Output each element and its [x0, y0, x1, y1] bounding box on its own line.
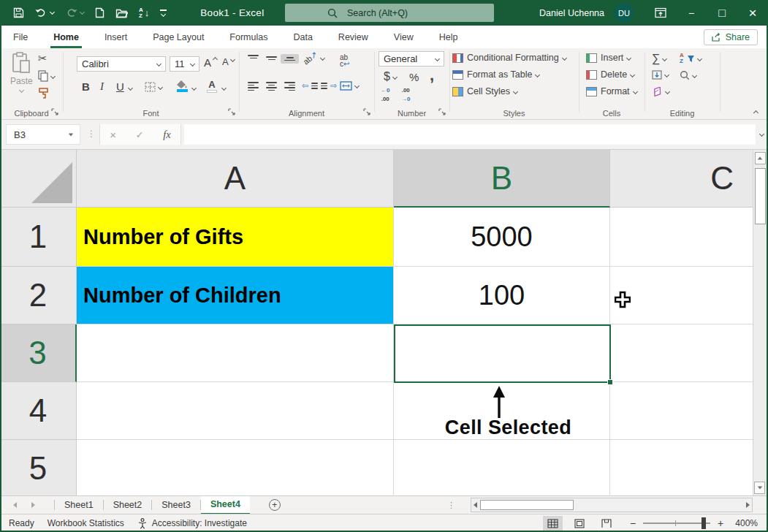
row-header-1[interactable]: 1 [0, 208, 77, 267]
cell-a2[interactable]: Number of Children [77, 267, 394, 324]
name-box-dropdown-icon[interactable] [69, 133, 73, 136]
cell-b2[interactable]: 100 [394, 267, 610, 324]
clipboard-dialog-launcher-icon[interactable] [51, 108, 59, 116]
formula-input[interactable] [184, 124, 756, 145]
tab-insert[interactable]: Insert [103, 26, 129, 48]
cell-c2[interactable] [610, 267, 753, 324]
page-layout-view-button[interactable] [570, 516, 590, 531]
increase-decimal-icon[interactable]: ←0.00 [381, 88, 389, 102]
align-center-icon[interactable] [266, 82, 277, 91]
user-name[interactable]: Daniel Uchenna [539, 8, 604, 18]
row-header-2[interactable]: 2 [0, 267, 77, 324]
zoom-out-button[interactable]: − [630, 517, 636, 529]
cell-a1[interactable]: Number of Gifts [77, 208, 394, 267]
font-size-select[interactable]: 11 [170, 56, 199, 72]
cancel-icon[interactable]: × [110, 129, 116, 141]
column-header-a[interactable]: A [77, 150, 394, 208]
zoom-in-button[interactable]: + [718, 517, 723, 529]
font-color-icon[interactable]: A [207, 80, 217, 93]
wrap-text-icon[interactable]: abc↩ [340, 54, 349, 67]
row-header-4[interactable]: 4 [0, 382, 77, 440]
tab-help[interactable]: Help [438, 26, 460, 48]
open-file-icon[interactable] [115, 8, 128, 18]
cut-icon[interactable]: ✂ [38, 53, 47, 64]
orientation-icon[interactable]: ab↗ [303, 54, 324, 62]
formula-bar-separator[interactable]: ⋮ [87, 129, 96, 139]
zoom-slider[interactable] [643, 522, 710, 524]
font-family-select[interactable]: Calibri [77, 56, 166, 72]
format-cells-button[interactable]: Format [586, 86, 637, 96]
clear-icon[interactable] [652, 87, 669, 96]
ribbon-display-options-icon[interactable] [645, 0, 676, 26]
format-painter-icon[interactable] [38, 88, 50, 99]
italic-button[interactable]: I [100, 81, 104, 92]
workbook-statistics-button[interactable]: Workbook Statistics [47, 518, 124, 528]
tab-review[interactable]: Review [337, 26, 370, 48]
zoom-slider-thumb[interactable] [702, 517, 706, 529]
sheet-tab-sheet4[interactable]: Sheet4 [201, 496, 250, 514]
decrease-decimal-icon[interactable]: .00→0 [401, 88, 410, 102]
scroll-up-icon[interactable] [755, 152, 766, 164]
vertical-scrollbar[interactable] [753, 150, 767, 495]
select-all-corner[interactable] [0, 150, 77, 208]
tab-home[interactable]: Home [52, 26, 80, 48]
expand-formula-bar-icon[interactable] [759, 132, 764, 137]
column-header-c[interactable]: C [610, 150, 753, 208]
zoom-level[interactable]: 400% [735, 518, 758, 528]
vertical-scrollbar-thumb[interactable] [755, 168, 766, 224]
new-sheet-icon[interactable]: + [269, 499, 281, 511]
new-file-icon[interactable] [95, 7, 104, 18]
cell-styles-button[interactable]: Cell Styles [452, 86, 517, 96]
percent-format-icon[interactable]: % [409, 72, 419, 83]
sort-filter-icon[interactable]: AZ [680, 53, 702, 64]
font-dialog-launcher-icon[interactable] [228, 108, 236, 116]
insert-cells-button[interactable]: Insert [586, 53, 631, 63]
font-color-dropdown-icon[interactable] [221, 86, 227, 91]
row-header-3[interactable]: 3 [0, 324, 77, 382]
sheet-nav-right-icon[interactable] [31, 502, 35, 508]
save-icon[interactable] [13, 7, 24, 18]
cell-a5[interactable] [77, 440, 394, 495]
align-left-icon[interactable] [248, 82, 259, 91]
insert-function-icon[interactable]: fx [163, 129, 170, 141]
decrease-indent-icon[interactable]: ⇦ [302, 82, 318, 90]
collapse-ribbon-icon[interactable] [753, 110, 759, 115]
sheetbar-separator[interactable]: ⋮ [447, 501, 455, 510]
sort-ascending-icon[interactable]: AZ↓ [139, 7, 149, 19]
grow-font-button[interactable]: A [204, 57, 217, 68]
column-header-b[interactable]: B [394, 150, 610, 208]
cell-c3[interactable] [610, 324, 753, 382]
scroll-down-icon[interactable] [754, 482, 765, 494]
horizontal-scrollbar-thumb[interactable] [480, 500, 574, 510]
close-button[interactable]: × [737, 0, 768, 26]
name-box[interactable]: B3 [6, 124, 80, 145]
search-input[interactable]: Search (Alt+Q) [285, 4, 494, 22]
copy-icon[interactable] [38, 70, 55, 82]
increase-indent-icon[interactable]: ⇨ [321, 82, 337, 90]
autosum-icon[interactable]: ∑ [652, 53, 666, 64]
cell-c4[interactable] [610, 382, 753, 440]
accessibility-status[interactable]: Accessibility: Investigate [137, 518, 247, 529]
row-header-5[interactable]: 5 [0, 440, 77, 495]
tab-formulas[interactable]: Formulas [228, 26, 269, 48]
conditional-formatting-button[interactable]: Conditional Formatting [452, 53, 566, 63]
underline-button[interactable]: U [116, 81, 124, 92]
merge-center-icon[interactable] [340, 81, 359, 91]
middle-align-icon[interactable] [266, 56, 277, 60]
tab-view[interactable]: View [392, 26, 415, 48]
cell-c1[interactable] [610, 208, 753, 267]
cell-a3[interactable] [77, 324, 394, 382]
format-as-table-button[interactable]: Format as Table [452, 69, 539, 80]
tab-page-layout[interactable]: Page Layout [151, 26, 205, 48]
number-format-select[interactable]: General [379, 51, 444, 66]
paste-button[interactable]: Paste [10, 52, 33, 92]
fill-color-dropdown-icon[interactable] [191, 86, 197, 91]
comma-format-icon[interactable]: , [430, 67, 434, 83]
fill-handle[interactable] [607, 379, 613, 385]
alignment-dialog-launcher-icon[interactable] [363, 108, 371, 116]
customize-toolbar-icon[interactable] [160, 10, 167, 16]
fill-color-icon[interactable] [176, 80, 188, 92]
sheet-tab-sheet1[interactable]: Sheet1 [55, 496, 103, 514]
maximize-button[interactable]: □ [707, 0, 737, 26]
cell-a4[interactable] [77, 382, 394, 440]
